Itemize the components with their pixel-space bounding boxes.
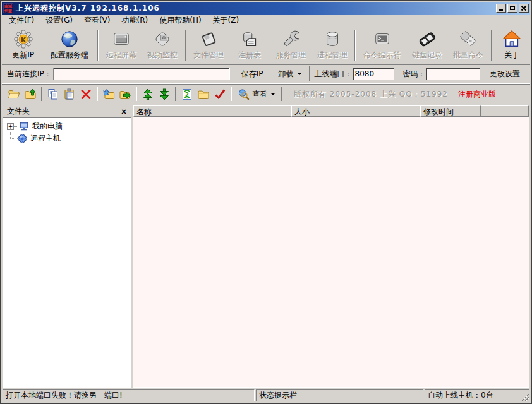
minimize-icon (499, 9, 503, 11)
folder-download-button[interactable] (100, 86, 117, 102)
menu-settings[interactable]: 设置(G) (40, 14, 78, 27)
port-input[interactable] (353, 68, 394, 80)
current-ip-input[interactable] (53, 68, 230, 80)
menu-function[interactable]: 功能(R) (116, 14, 154, 27)
keyboard-icon (417, 30, 437, 49)
download-arrows-icon (158, 88, 171, 100)
file-list-header: 名称 大小 修改时间 (133, 105, 529, 117)
chevron-down-icon (297, 73, 302, 75)
open-folder-button[interactable] (6, 86, 22, 102)
folder-panel: 文件夹 × + 我的电脑 (3, 105, 131, 388)
video-icon (152, 30, 172, 49)
close-icon (519, 4, 528, 12)
menu-bar: 文件(F) 设置(G) 查看(V) 功能(R) 使用帮助(H) 关于(Z) (2, 15, 530, 27)
tree-item-my-computer[interactable]: + 我的电脑 (4, 121, 130, 133)
panel-close-button[interactable]: × (119, 107, 128, 116)
tree-item-remote-host[interactable]: 远程主机 (4, 133, 130, 145)
new-folder-button[interactable] (195, 86, 212, 102)
svg-text:2: 2 (185, 92, 189, 98)
main-toolbar: K 更新IP 配置服务端 (2, 27, 530, 64)
app-window: 南域 剑盟 上兴远程控制V3.7 192.168.1.106 文件(F) 设置(… (0, 0, 532, 404)
menu-file[interactable]: 文件(F) (3, 14, 40, 27)
process-icon (322, 30, 342, 49)
folder-panel-title: 文件夹 (7, 106, 119, 117)
upload-button[interactable] (140, 86, 156, 102)
change-settings-button[interactable]: 更改设置 (487, 68, 523, 81)
status-hosts-text: 自动上线主机：0台 (428, 390, 493, 401)
toolbar-process-manage[interactable]: 进程管理 (311, 28, 353, 62)
minimize-button[interactable] (496, 4, 506, 13)
delete-x-icon (80, 88, 92, 100)
toolbar-file-manage[interactable]: 文件管理 (188, 28, 229, 62)
folder-panel-header: 文件夹 × (3, 105, 131, 118)
svg-text:K: K (21, 36, 27, 44)
filebar-separator (97, 87, 98, 101)
maximize-icon (510, 6, 515, 10)
globe-icon (59, 30, 80, 49)
toolbar-remote-screen[interactable]: 远程屏幕 (100, 28, 142, 62)
toolbar-label: 键盘记录 (412, 50, 442, 61)
toolbar-cmd-prompt[interactable]: 命令提示符 (358, 28, 406, 62)
toolbar-about[interactable]: 关于 (494, 28, 530, 62)
menu-view[interactable]: 查看(V) (78, 14, 116, 27)
toolbar-label: 命令提示符 (363, 50, 401, 61)
tree-item-label: 远程主机 (30, 133, 61, 144)
refresh-button[interactable]: 2 (179, 86, 195, 102)
remote-globe-icon (18, 134, 28, 143)
save-ip-button[interactable]: 保存IP (239, 68, 266, 81)
toolbar-video-monitor[interactable]: 视频监控 (142, 28, 183, 62)
toolbar-label: 更新IP (12, 50, 34, 61)
refresh-icon: 2 (181, 88, 193, 100)
toolbar-config-server[interactable]: 配置服务端 (43, 28, 95, 62)
chevron-down-icon (270, 93, 275, 95)
resize-grip[interactable] (521, 393, 529, 401)
folder-send-icon (119, 88, 131, 100)
toolbar-service-manage[interactable]: 服务管理 (270, 28, 311, 62)
view-search-icon (238, 88, 250, 100)
toolbar-update-ip[interactable]: K 更新IP (3, 28, 43, 62)
toolbar-label: 关于 (504, 50, 519, 61)
file-list-body[interactable] (133, 117, 529, 387)
password-label: 密码： (403, 69, 426, 80)
register-commercial-link[interactable]: 注册商业版 (458, 89, 496, 100)
maximize-button[interactable] (507, 4, 517, 13)
upload-arrows-icon (142, 88, 154, 100)
toolbar-keylogger[interactable]: 键盘记录 (406, 28, 447, 62)
toolbar-batch-cmd[interactable]: 批量命令 (448, 28, 489, 62)
cmd-icon (372, 30, 392, 49)
copy-button[interactable] (45, 86, 61, 102)
column-mtime[interactable]: 修改时间 (420, 105, 481, 117)
tree-item-label: 我的电脑 (32, 121, 63, 132)
window-title: 上兴远程控制V3.7 192.168.1.106 (16, 3, 160, 14)
filebar-separator (281, 87, 282, 101)
confirm-button[interactable] (212, 86, 228, 102)
delete-button[interactable] (78, 86, 94, 102)
toolbar-separator (491, 30, 492, 61)
column-size[interactable]: 大小 (291, 105, 420, 117)
folder-up-button[interactable] (22, 86, 39, 102)
toolbar-label: 进程管理 (317, 50, 348, 61)
file-toolbar: 2 查看 版权所有 2005-2008 (2, 83, 530, 104)
uninstall-button[interactable]: 卸载 (276, 68, 305, 81)
toolbar-registry[interactable]: 注册表 (229, 28, 270, 62)
toolbar-separator (97, 30, 99, 61)
close-button[interactable] (519, 4, 529, 13)
view-dropdown-button[interactable]: 查看 (234, 87, 279, 102)
gear-icon: K (13, 30, 33, 49)
menu-about[interactable]: 关于(Z) (207, 14, 245, 27)
download-button[interactable] (156, 86, 172, 102)
folder-download-icon (102, 88, 115, 100)
status-message: 打开本地端口失败！请换另一端口! (3, 389, 255, 401)
new-folder-icon (197, 88, 210, 100)
password-input[interactable] (426, 68, 480, 80)
folder-send-button[interactable] (117, 86, 133, 102)
toolbar-label: 批量命令 (453, 50, 483, 61)
app-logo-icon: 南域 剑盟 (3, 3, 13, 13)
paste-button[interactable] (61, 86, 78, 102)
column-name[interactable]: 名称 (133, 105, 291, 117)
menu-help[interactable]: 使用帮助(H) (154, 14, 207, 27)
folder-up-icon (24, 88, 37, 100)
connection-bar: 当前连接IP： 保存IP 卸载 上线端口： 密码： 更改设置 (2, 64, 530, 83)
folder-tree: + 我的电脑 (3, 118, 131, 387)
tree-connector (10, 127, 18, 139)
